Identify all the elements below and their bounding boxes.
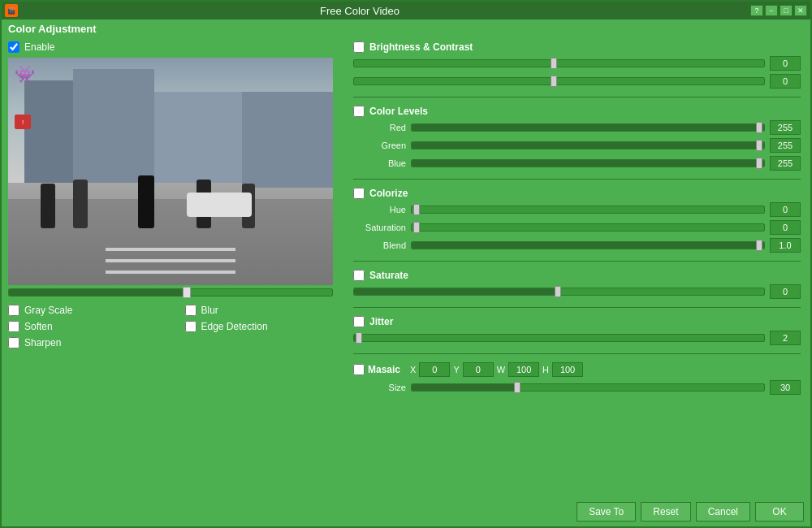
saturate-thumb[interactable] bbox=[555, 286, 561, 297]
masaic-checkbox[interactable] bbox=[353, 364, 365, 375]
red-slider[interactable] bbox=[411, 123, 765, 132]
enable-checkbox[interactable] bbox=[8, 41, 19, 53]
masaic-size-label: Size bbox=[353, 383, 406, 392]
content-area: Enable bbox=[2, 38, 810, 497]
colorize-section: Colorize Hue 0 Saturation 0 bbox=[353, 188, 801, 253]
blend-label: Blend bbox=[353, 240, 406, 250]
brightness-contrast-checkbox[interactable] bbox=[353, 41, 365, 53]
seekbar-thumb[interactable] bbox=[183, 287, 191, 298]
building2 bbox=[73, 69, 154, 183]
contrast-slider[interactable] bbox=[353, 77, 765, 85]
sharpen-checkbox[interactable] bbox=[8, 337, 19, 348]
blue-label: Blue bbox=[353, 158, 406, 168]
gray-scale-row: Gray Scale bbox=[8, 305, 169, 316]
mascot-icon: 👾 bbox=[15, 64, 39, 89]
blue-value: 255 bbox=[770, 156, 801, 171]
close-button[interactable]: ✕ bbox=[794, 5, 807, 16]
minimize-button[interactable]: − bbox=[765, 5, 778, 16]
reset-button[interactable]: Reset bbox=[641, 502, 690, 522]
hue-slider-row: Hue 0 bbox=[353, 202, 801, 217]
panel-title: Color Adjustment bbox=[8, 23, 97, 35]
green-label: Green bbox=[353, 141, 406, 150]
masaic-size-fill bbox=[412, 384, 517, 391]
masaic-x-input[interactable] bbox=[419, 362, 450, 377]
edge-detection-row: Edge Detection bbox=[185, 321, 346, 332]
colorize-checkbox[interactable] bbox=[353, 188, 365, 199]
sharpen-row: Sharpen bbox=[8, 337, 169, 348]
brightness-contrast-section: Brightness & Contrast 0 0 bbox=[353, 41, 801, 89]
color-levels-section: Color Levels Red 255 Green 2 bbox=[353, 106, 801, 171]
green-fill bbox=[412, 142, 764, 149]
blur-checkbox[interactable] bbox=[185, 305, 197, 316]
filters-grid: Gray Scale Blur Soften Edge Detection Sh… bbox=[8, 305, 345, 348]
saturation-slider[interactable] bbox=[411, 223, 765, 232]
hue-value: 0 bbox=[770, 202, 801, 217]
brightness-slider[interactable] bbox=[353, 59, 765, 67]
saturation-label: Saturation bbox=[353, 223, 406, 232]
seekbar-track[interactable] bbox=[8, 288, 333, 296]
saturate-slider[interactable] bbox=[353, 288, 765, 296]
blend-fill bbox=[412, 242, 764, 249]
panel-header: Color Adjustment bbox=[2, 19, 810, 38]
saturate-value: 0 bbox=[770, 284, 801, 299]
soften-checkbox[interactable] bbox=[8, 321, 19, 332]
blue-slider[interactable] bbox=[411, 159, 765, 167]
red-value: 255 bbox=[770, 120, 801, 135]
gray-scale-checkbox[interactable] bbox=[8, 305, 19, 316]
green-slider[interactable] bbox=[411, 141, 765, 149]
divider-1 bbox=[353, 97, 801, 97]
colorize-header: Colorize bbox=[353, 188, 801, 199]
saturation-slider-row: Saturation 0 bbox=[353, 220, 801, 235]
brightness-contrast-header: Brightness & Contrast bbox=[353, 41, 801, 53]
save-to-button[interactable]: Save To bbox=[577, 502, 636, 522]
jitter-slider[interactable] bbox=[353, 334, 765, 342]
brightness-thumb[interactable] bbox=[551, 58, 557, 69]
edge-detection-label: Edge Detection bbox=[201, 321, 268, 332]
jitter-header: Jitter bbox=[353, 316, 801, 327]
contrast-thumb[interactable] bbox=[551, 76, 557, 87]
saturate-slider-row: 0 bbox=[353, 284, 801, 299]
masaic-header-row: Masaic X Y W H bbox=[353, 362, 801, 377]
restore-button[interactable]: □ bbox=[780, 5, 793, 16]
color-levels-checkbox[interactable] bbox=[353, 106, 365, 117]
colorize-label: Colorize bbox=[369, 188, 408, 199]
jitter-checkbox[interactable] bbox=[353, 316, 365, 327]
blend-slider[interactable] bbox=[411, 241, 765, 249]
green-thumb[interactable] bbox=[756, 140, 762, 151]
sharpen-label: Sharpen bbox=[24, 337, 61, 348]
blend-thumb[interactable] bbox=[756, 240, 762, 251]
cancel-button[interactable]: Cancel bbox=[696, 502, 750, 522]
saturation-thumb[interactable] bbox=[413, 222, 420, 233]
color-levels-label: Color Levels bbox=[369, 106, 428, 117]
edge-detection-checkbox[interactable] bbox=[185, 321, 197, 332]
masaic-size-slider[interactable] bbox=[411, 383, 765, 392]
saturation-value: 0 bbox=[770, 220, 801, 235]
contrast-value: 0 bbox=[770, 74, 801, 89]
help-button[interactable]: ? bbox=[750, 5, 763, 16]
divider-5 bbox=[353, 353, 801, 354]
building4 bbox=[242, 92, 333, 188]
soften-label: Soften bbox=[24, 321, 53, 332]
hue-slider[interactable] bbox=[411, 206, 765, 214]
masaic-y-input[interactable] bbox=[463, 362, 494, 377]
masaic-h-input[interactable] bbox=[552, 362, 583, 377]
red-thumb[interactable] bbox=[756, 122, 762, 133]
blur-label: Blur bbox=[201, 305, 218, 316]
title-bar: 🎬 Free Color Video ? − □ ✕ bbox=[2, 2, 810, 19]
masaic-size-thumb[interactable] bbox=[514, 382, 520, 393]
saturate-checkbox[interactable] bbox=[353, 270, 365, 281]
masaic-section: Masaic X Y W H Size 30 bbox=[353, 362, 801, 395]
masaic-w-input[interactable] bbox=[508, 362, 539, 377]
ok-button[interactable]: OK bbox=[755, 502, 804, 522]
zebra2 bbox=[106, 259, 235, 262]
jitter-value: 2 bbox=[770, 331, 801, 345]
blue-slider-row: Blue 255 bbox=[353, 156, 801, 171]
jitter-thumb[interactable] bbox=[356, 332, 362, 344]
divider-3 bbox=[353, 261, 801, 262]
window-title: Free Color Video bbox=[18, 5, 702, 17]
hue-thumb[interactable] bbox=[413, 204, 420, 215]
enable-row: Enable bbox=[8, 41, 345, 53]
masaic-h-label: H bbox=[542, 365, 549, 374]
blue-thumb[interactable] bbox=[756, 158, 762, 169]
video-preview: 👾 ! bbox=[8, 58, 333, 285]
